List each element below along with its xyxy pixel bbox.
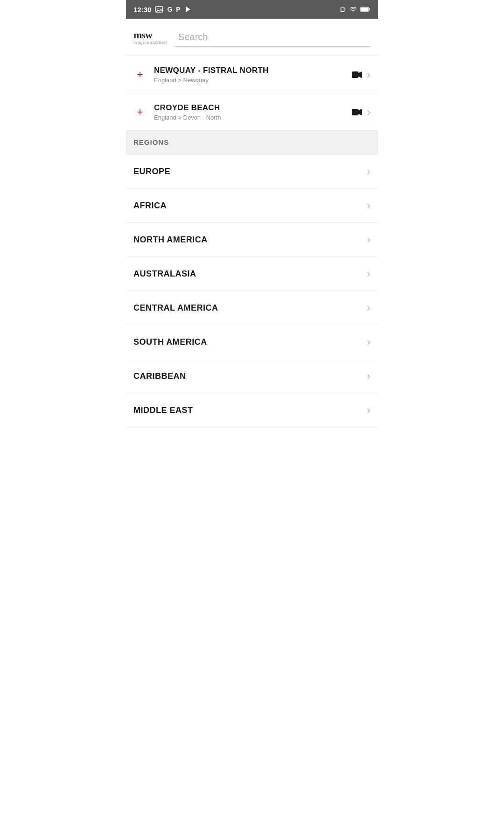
add-spot-newquay-button[interactable]: + bbox=[133, 68, 147, 81]
svg-point-1 bbox=[158, 8, 159, 9]
search-input[interactable] bbox=[175, 28, 371, 47]
region-item-middle-east[interactable]: MIDDLE EAST bbox=[126, 393, 378, 427]
chevron-right-newquay bbox=[367, 68, 371, 81]
svg-rect-3 bbox=[341, 7, 344, 11]
spot-location-croyde: England > Devon - North bbox=[154, 114, 352, 121]
chevron-right-middle-east bbox=[367, 404, 371, 417]
region-item-australasia[interactable]: AUSTRALASIA bbox=[126, 257, 378, 291]
chevron-right-africa bbox=[367, 199, 371, 212]
svg-rect-10 bbox=[352, 71, 358, 78]
region-item-africa[interactable]: AFRICA bbox=[126, 189, 378, 223]
header: msw magicseaweed bbox=[126, 19, 378, 56]
regions-header: REGIONS bbox=[126, 131, 378, 155]
chevron-right-north-america bbox=[367, 233, 371, 246]
chevron-right-south-america bbox=[367, 335, 371, 348]
chevron-right-croyde bbox=[367, 106, 371, 119]
region-name-central-america: CENTRAL AMERICA bbox=[133, 303, 218, 313]
spot-name-newquay: NEWQUAY - FISTRAL NORTH bbox=[154, 66, 352, 75]
region-item-central-america[interactable]: CENTRAL AMERICA bbox=[126, 291, 378, 325]
svg-marker-11 bbox=[358, 71, 362, 78]
spot-location-newquay: England > Newquay bbox=[154, 77, 352, 84]
spot-name-croyde: CROYDE BEACH bbox=[154, 103, 352, 113]
add-spot-croyde-button[interactable]: + bbox=[133, 106, 147, 119]
plus-icon-croyde: + bbox=[137, 107, 143, 117]
spot-info-newquay: NEWQUAY - FISTRAL NORTH England > Newqua… bbox=[154, 66, 352, 84]
wifi-icon bbox=[349, 6, 357, 13]
region-item-europe[interactable]: EUROPE bbox=[126, 155, 378, 189]
svg-point-6 bbox=[353, 12, 353, 12]
google-icon: G bbox=[167, 6, 172, 13]
spot-actions-croyde bbox=[352, 106, 371, 119]
status-left: 12:30 G P bbox=[133, 5, 192, 14]
status-time: 12:30 bbox=[133, 6, 151, 14]
video-icon-croyde bbox=[352, 108, 362, 116]
svg-marker-2 bbox=[186, 7, 190, 12]
chevron-right-australasia bbox=[367, 267, 371, 280]
logo-text: msw bbox=[133, 30, 152, 40]
gallery-icon bbox=[155, 5, 163, 14]
logo-subtitle: magicseaweed bbox=[133, 40, 167, 45]
region-item-south-america[interactable]: SOUTH AMERICA bbox=[126, 325, 378, 359]
plus-icon: + bbox=[137, 70, 143, 80]
region-name-middle-east: MIDDLE EAST bbox=[133, 405, 193, 415]
battery-icon bbox=[360, 6, 371, 13]
chevron-right-central-america bbox=[367, 301, 371, 314]
svg-marker-13 bbox=[358, 109, 362, 115]
spot-actions-newquay bbox=[352, 68, 371, 81]
vibrate-icon bbox=[339, 6, 346, 13]
plex-icon bbox=[184, 6, 192, 13]
status-bar: 12:30 G P bbox=[126, 0, 378, 19]
region-name-europe: EUROPE bbox=[133, 167, 170, 177]
spot-info-croyde: CROYDE BEACH England > Devon - North bbox=[154, 103, 352, 121]
region-name-caribbean: CARIBBEAN bbox=[133, 371, 186, 381]
status-right bbox=[339, 6, 371, 13]
chevron-right-caribbean bbox=[367, 369, 371, 383]
spot-item-newquay[interactable]: + NEWQUAY - FISTRAL NORTH England > Newq… bbox=[126, 56, 378, 93]
svg-rect-9 bbox=[361, 7, 368, 11]
video-icon-newquay bbox=[352, 71, 362, 78]
region-item-caribbean[interactable]: CARIBBEAN bbox=[126, 359, 378, 393]
pocket-icon: P bbox=[176, 6, 180, 13]
region-name-africa: AFRICA bbox=[133, 201, 167, 211]
spot-item-croyde[interactable]: + CROYDE BEACH England > Devon - North bbox=[126, 93, 378, 131]
region-name-north-america: NORTH AMERICA bbox=[133, 235, 208, 245]
regions-title: REGIONS bbox=[133, 138, 169, 146]
svg-rect-8 bbox=[369, 8, 370, 11]
svg-rect-12 bbox=[352, 109, 358, 115]
logo: msw magicseaweed bbox=[133, 30, 167, 45]
region-name-australasia: AUSTRALASIA bbox=[133, 269, 196, 279]
chevron-right-europe bbox=[367, 165, 371, 178]
region-item-north-america[interactable]: NORTH AMERICA bbox=[126, 223, 378, 257]
region-name-south-america: SOUTH AMERICA bbox=[133, 337, 207, 347]
